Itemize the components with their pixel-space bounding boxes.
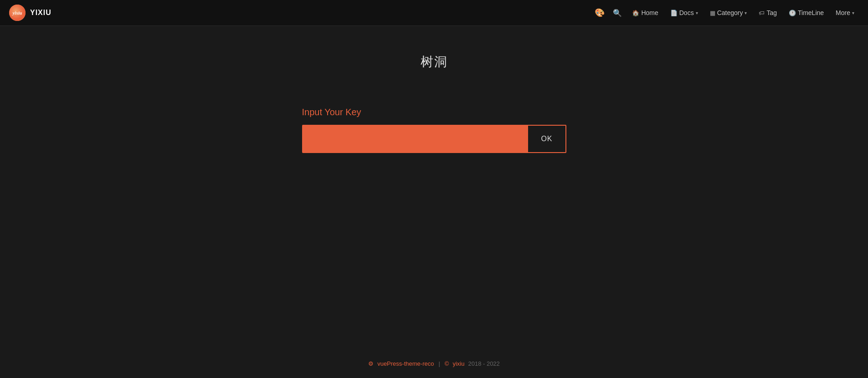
logo-avatar: yixiu bbox=[9, 5, 26, 21]
theme-link[interactable]: vuePress-theme-reco bbox=[377, 360, 434, 367]
tag-icon: 🏷 bbox=[759, 10, 765, 16]
navbar-brand: yixiu YIXIU bbox=[9, 5, 51, 21]
home-icon: 🏠 bbox=[632, 10, 639, 16]
theme-toggle-button[interactable]: 🎨 bbox=[592, 5, 607, 20]
footer-years: 2018 - 2022 bbox=[468, 360, 499, 367]
nav-item-category[interactable]: ▦ Category ▾ bbox=[705, 6, 752, 19]
copyright-icon: © bbox=[445, 360, 449, 367]
footer-separator: | bbox=[438, 360, 440, 367]
theme-icon: ⚙ bbox=[368, 360, 374, 367]
nav-item-timeline[interactable]: 🕐 TimeLine bbox=[784, 6, 828, 19]
nav-item-more[interactable]: More ▾ bbox=[831, 6, 859, 19]
paint-icon: 🎨 bbox=[595, 8, 605, 18]
author-link[interactable]: yixiu bbox=[452, 360, 464, 367]
navbar: yixiu YIXIU 🎨 🔍 🏠 Home 📄 Docs ▾ ▦ Catego… bbox=[0, 0, 868, 26]
nav-item-tag[interactable]: 🏷 Tag bbox=[754, 6, 781, 19]
ok-button[interactable]: OK bbox=[527, 126, 565, 152]
key-input-row: OK bbox=[302, 125, 566, 153]
nav-item-home[interactable]: 🏠 Home bbox=[627, 6, 663, 19]
search-icon: 🔍 bbox=[613, 9, 622, 17]
nav-label-docs: Docs bbox=[679, 9, 694, 16]
svg-text:yixiu: yixiu bbox=[12, 10, 22, 15]
key-section: Input Your Key OK bbox=[302, 107, 566, 153]
nav-label-category: Category bbox=[717, 9, 743, 16]
navbar-nav: 🎨 🔍 🏠 Home 📄 Docs ▾ ▦ Category ▾ 🏷 Tag bbox=[592, 5, 859, 20]
nav-label-more: More bbox=[836, 9, 850, 16]
key-label: Input Your Key bbox=[302, 107, 361, 117]
nav-label-home: Home bbox=[641, 9, 658, 16]
nav-label-timeline: TimeLine bbox=[798, 9, 824, 16]
more-chevron-icon: ▾ bbox=[852, 10, 854, 15]
main-content: 树洞 Input Your Key OK bbox=[0, 26, 868, 349]
docs-icon: 📄 bbox=[670, 10, 678, 16]
nav-item-docs[interactable]: 📄 Docs ▾ bbox=[666, 6, 703, 19]
site-title: YIXIU bbox=[30, 9, 51, 17]
timeline-icon: 🕐 bbox=[789, 10, 796, 16]
category-chevron-icon: ▾ bbox=[745, 10, 747, 15]
search-button[interactable]: 🔍 bbox=[610, 6, 625, 20]
key-input[interactable] bbox=[303, 126, 528, 152]
docs-chevron-icon: ▾ bbox=[696, 10, 698, 15]
category-icon: ▦ bbox=[710, 10, 715, 16]
nav-label-tag: Tag bbox=[766, 9, 777, 16]
page-title: 树洞 bbox=[421, 53, 448, 71]
footer: ⚙ vuePress-theme-reco | © yixiu 2018 - 2… bbox=[0, 349, 868, 378]
